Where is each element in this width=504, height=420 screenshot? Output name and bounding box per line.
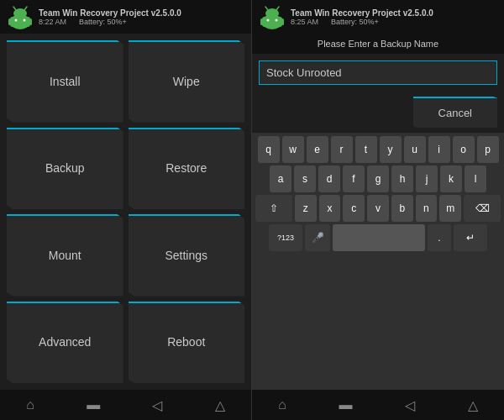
svg-rect-17 (281, 18, 284, 25)
key-t[interactable]: t (355, 136, 377, 163)
svg-point-6 (13, 8, 27, 18)
key-k[interactable]: k (440, 165, 462, 192)
left-title: Team Win Recovery Project v2.5.0.0 (39, 8, 181, 18)
key-w[interactable]: w (282, 136, 304, 163)
key-u[interactable]: u (404, 136, 426, 163)
right-title: Team Win Recovery Project v2.5.0.0 (291, 8, 433, 18)
key-d[interactable]: d (318, 165, 340, 192)
keyboard-row-1: q w e r t y u i o p (255, 136, 501, 163)
home-icon-right[interactable]: ⌂ (278, 397, 286, 412)
key-y[interactable]: y (380, 136, 402, 163)
enter-key[interactable]: ↵ (454, 224, 487, 251)
back-icon-left[interactable]: ◁ (152, 397, 162, 413)
wipe-button[interactable]: Wipe (129, 40, 245, 123)
mount-button[interactable]: Mount (7, 214, 123, 297)
left-battery: Battery: 50%+ (79, 18, 127, 26)
home-icon-left[interactable]: ⌂ (26, 397, 34, 412)
backup-input-area (252, 54, 504, 92)
recents-icon-left[interactable]: △ (215, 397, 225, 413)
backup-button[interactable]: Backup (7, 128, 123, 210)
install-button[interactable]: Install (7, 40, 123, 123)
key-f[interactable]: f (343, 165, 365, 192)
key-a[interactable]: a (270, 165, 291, 192)
cancel-button[interactable]: Cancel (413, 97, 497, 128)
key-b[interactable]: b (391, 195, 413, 222)
svg-point-15 (265, 8, 279, 18)
keyboard-row-4: ?123 🎤 . ↵ (255, 224, 501, 251)
key-c[interactable]: c (343, 195, 365, 222)
key-s[interactable]: s (294, 165, 316, 192)
key-g[interactable]: g (367, 165, 389, 192)
right-header: Team Win Recovery Project v2.5.0.0 8:25 … (252, 0, 504, 34)
right-battery: Battery: 50%+ (331, 18, 379, 26)
cancel-area: Cancel (252, 92, 504, 133)
right-panel: Team Win Recovery Project v2.5.0.0 8:25 … (252, 0, 504, 420)
key-m[interactable]: m (439, 195, 461, 222)
right-bottom-nav: ⌂ ▬ ◁ △ (252, 390, 504, 420)
left-subtitle: 8:22 AM Battery: 50%+ (39, 18, 181, 26)
num-key[interactable]: ?123 (269, 224, 302, 251)
shift-key[interactable]: ⇧ (255, 195, 292, 222)
svg-point-12 (276, 19, 278, 22)
left-panel: Team Win Recovery Project v2.5.0.0 8:22 … (0, 0, 252, 420)
left-bottom-nav: ⌂ ▬ ◁ △ (0, 390, 251, 420)
key-h[interactable]: h (391, 165, 413, 192)
key-o[interactable]: o (453, 136, 475, 163)
svg-line-5 (24, 7, 27, 10)
recents-icon-right[interactable]: △ (468, 397, 478, 413)
mic-key[interactable]: 🎤 (305, 224, 330, 251)
key-j[interactable]: j (416, 165, 438, 192)
svg-rect-16 (260, 18, 263, 25)
key-r[interactable]: r (331, 136, 353, 163)
advanced-button[interactable]: Advanced (7, 302, 123, 384)
key-e[interactable]: e (307, 136, 328, 163)
right-subtitle: 8:25 AM Battery: 50%+ (291, 18, 433, 26)
svg-line-13 (265, 7, 268, 10)
period-key[interactable]: . (428, 224, 451, 251)
left-header: Team Win Recovery Project v2.5.0.0 8:22 … (0, 0, 251, 34)
keyboard-row-2: a s d f g h j k l (255, 165, 501, 192)
svg-line-14 (276, 7, 279, 10)
key-p[interactable]: p (477, 136, 499, 163)
reboot-button[interactable]: Reboot (129, 302, 245, 384)
key-x[interactable]: x (319, 195, 341, 222)
key-l[interactable]: l (465, 165, 486, 192)
restore-button[interactable]: Restore (129, 128, 245, 210)
keyboard-row-3: ⇧ z x c v b n m ⌫ (255, 195, 501, 222)
android-logo-left (7, 3, 34, 30)
svg-point-3 (24, 19, 26, 22)
backup-name-input[interactable] (259, 60, 497, 85)
svg-rect-8 (29, 18, 32, 25)
svg-point-11 (267, 19, 270, 22)
svg-rect-7 (8, 18, 11, 25)
backup-prompt: Please Enter a Backup Name (252, 34, 504, 54)
space-key[interactable] (333, 224, 425, 251)
key-v[interactable]: v (367, 195, 389, 222)
backspace-key[interactable]: ⌫ (464, 195, 501, 222)
menu-icon-left[interactable]: ▬ (87, 397, 100, 412)
left-time: 8:22 AM (39, 18, 66, 26)
key-q[interactable]: q (258, 136, 280, 163)
menu-icon-right[interactable]: ▬ (339, 397, 353, 412)
back-icon-right[interactable]: ◁ (405, 397, 415, 413)
android-logo-right (259, 3, 286, 30)
key-i[interactable]: i (428, 136, 450, 163)
right-header-text: Team Win Recovery Project v2.5.0.0 8:25 … (291, 8, 433, 26)
key-n[interactable]: n (416, 195, 438, 222)
keyboard: q w e r t y u i o p a s d f g h j k l ⇧ … (252, 133, 504, 390)
left-header-text: Team Win Recovery Project v2.5.0.0 8:22 … (39, 8, 181, 26)
svg-point-2 (15, 19, 18, 22)
menu-button-grid: Install Wipe Backup Restore Mount Settin… (0, 34, 251, 390)
right-time: 8:25 AM (291, 18, 318, 26)
svg-line-4 (13, 7, 16, 10)
key-z[interactable]: z (295, 195, 317, 222)
settings-button[interactable]: Settings (129, 214, 245, 297)
